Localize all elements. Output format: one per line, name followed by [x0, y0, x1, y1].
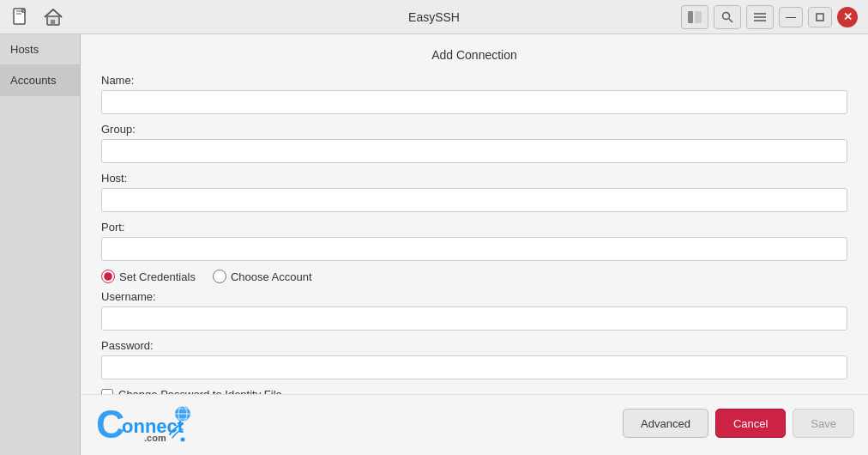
group-input[interactable]	[101, 139, 847, 163]
sidebar: Hosts Accounts	[0, 34, 81, 455]
choose-account-radio[interactable]	[213, 270, 226, 283]
main-container: Hosts Accounts Add Connection Name: Grou…	[0, 34, 868, 455]
advanced-button[interactable]: Advanced	[623, 409, 708, 438]
credential-type-group: Set Credentials Choose Account	[101, 270, 847, 283]
content-area: Add Connection Name: Group: Host: Port:	[81, 34, 868, 455]
username-label: Username:	[101, 290, 847, 303]
set-credentials-radio[interactable]	[101, 270, 115, 283]
app-title: EasySSH	[408, 10, 460, 24]
password-input[interactable]	[101, 355, 847, 379]
name-label: Name:	[101, 74, 847, 87]
minimize-button[interactable]: —	[779, 7, 803, 27]
host-group: Host:	[101, 172, 847, 212]
form-title: Add Connection	[101, 48, 847, 62]
maximize-button[interactable]	[808, 7, 832, 27]
password-label: Password:	[101, 339, 847, 352]
cancel-button[interactable]: Cancel	[715, 409, 786, 438]
connect-logo: C onnect .com	[94, 402, 197, 445]
name-input[interactable]	[101, 90, 847, 114]
username-group: Username:	[101, 290, 847, 331]
close-button[interactable]: ✕	[837, 7, 858, 27]
choose-account-label: Choose Account	[231, 270, 312, 283]
search-button[interactable]	[714, 5, 741, 29]
titlebar-left	[10, 5, 67, 29]
group-label: Group:	[101, 123, 847, 136]
sidebar-item-accounts[interactable]: Accounts	[0, 65, 80, 96]
svg-line-7	[729, 19, 732, 22]
name-group: Name:	[101, 74, 847, 114]
identity-file-group: Change Password to Identity File	[101, 388, 847, 394]
svg-rect-4	[688, 11, 693, 23]
host-input[interactable]	[101, 188, 847, 212]
titlebar: EasySSH — ✕	[0, 0, 868, 34]
logo-area: C onnect .com	[94, 402, 197, 445]
footer: C onnect .com Advanced	[81, 394, 868, 455]
svg-text:C: C	[96, 402, 124, 445]
group-group: Group:	[101, 123, 847, 163]
set-credentials-option[interactable]: Set Credentials	[101, 270, 196, 283]
document-icon[interactable]	[10, 5, 31, 29]
password-group: Password:	[101, 339, 847, 379]
svg-point-6	[723, 12, 730, 19]
svg-point-20	[181, 438, 185, 442]
home-icon[interactable]	[39, 5, 67, 29]
save-button[interactable]: Save	[793, 409, 854, 438]
form-area: Add Connection Name: Group: Host: Port:	[81, 34, 868, 394]
port-group: Port:	[101, 221, 847, 261]
port-input[interactable]	[101, 237, 847, 261]
identity-file-label[interactable]: Change Password to Identity File	[118, 388, 282, 394]
svg-rect-3	[51, 20, 55, 25]
host-label: Host:	[101, 172, 847, 185]
port-label: Port:	[101, 221, 847, 234]
menu-button[interactable]	[746, 5, 774, 29]
svg-text:.com: .com	[144, 433, 166, 443]
set-credentials-label: Set Credentials	[119, 270, 196, 283]
sidebar-toggle-button[interactable]	[681, 5, 708, 29]
username-input[interactable]	[101, 306, 847, 331]
svg-rect-5	[695, 11, 702, 23]
sidebar-item-hosts[interactable]: Hosts	[0, 34, 80, 65]
choose-account-option[interactable]: Choose Account	[213, 270, 312, 283]
svg-rect-11	[817, 14, 823, 21]
titlebar-controls: — ✕	[681, 5, 858, 29]
